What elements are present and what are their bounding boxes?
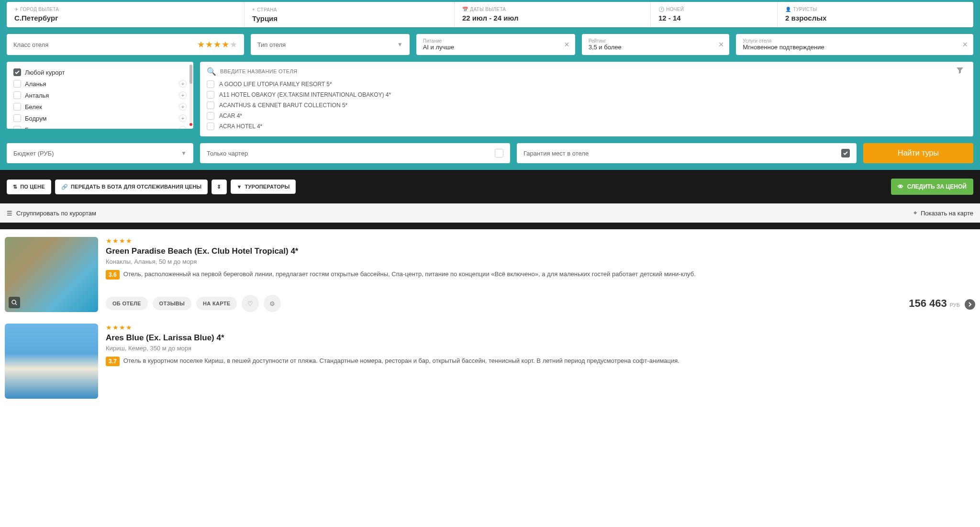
eye-icon: 👁 (898, 183, 903, 190)
star-icon[interactable]: ★ (222, 39, 229, 50)
scrollbar-thumb[interactable] (189, 65, 192, 84)
hotel-checkbox[interactable] (207, 101, 214, 109)
hotel-checkbox[interactable] (207, 123, 214, 130)
show-on-map-button[interactable]: ⌖ Показать на карте (913, 209, 973, 217)
hotel-suggestion[interactable]: A11 HOTEL OBAKOY (EX.TAKSIM INTERNATIONA… (219, 91, 391, 98)
price: 156 463руб (909, 297, 975, 310)
dates-cell[interactable]: 📅 Даты вылета 22 июл - 24 июл (455, 2, 651, 27)
resort-checkbox[interactable] (13, 103, 21, 111)
hotel-description: Отель, расположенный на первой береговой… (123, 270, 696, 279)
star-icon[interactable]: ★ (197, 39, 205, 50)
resort-checkbox-any[interactable] (13, 68, 21, 76)
resort-name: Анталья (25, 92, 49, 99)
star-icon: ★ (119, 237, 125, 245)
services-filter[interactable]: Услуги отеля Мгновенное подтверждение × (736, 34, 973, 55)
pin-icon: ⌖ (913, 209, 917, 217)
meal-filter[interactable]: Питание AI и лучше × (416, 34, 575, 55)
rating-filter[interactable]: Рейтинг 3,5 и более × (582, 34, 730, 55)
hotel-card: ★★★★Green Paradise Beach (Ex. Club Hotel… (5, 237, 975, 312)
operators-button[interactable]: ▼ Туроператоры (231, 179, 296, 194)
resort-expand-button[interactable]: + (179, 114, 187, 122)
svg-point-0 (12, 300, 16, 304)
hotel-title[interactable]: Green Paradise Beach (Ex. Club Hotel Tro… (106, 247, 975, 256)
person-icon: 👤 (785, 7, 791, 12)
charter-toggle[interactable]: Только чартер (200, 143, 510, 163)
hotel-location: Кириш, Кемер, 350 м до моря (106, 345, 975, 352)
star-rating-selector[interactable]: ★ ★ ★ ★ ★ (197, 39, 237, 50)
find-tours-button[interactable]: Найти туры (863, 143, 973, 163)
funnel-icon[interactable] (953, 67, 967, 76)
hotel-title[interactable]: Ares Blue (Ex. Larissa Blue) 4* (106, 333, 975, 343)
link-icon: 🔗 (61, 184, 68, 190)
hotel-suggestion[interactable]: ACAR 4* (219, 112, 242, 119)
search-panel: ✈ Город вылета С.Петербург ⌖ Страна Турц… (7, 2, 973, 27)
price-arrow-button[interactable] (965, 299, 975, 310)
tourists-cell[interactable]: 👤 Туристы 2 взрослых (778, 2, 973, 27)
guarantee-toggle[interactable]: Гарантия мест в отеле (517, 143, 857, 163)
list-icon: ☰ (7, 210, 12, 217)
star-icon[interactable]: ★ (205, 39, 213, 50)
resort-checkbox[interactable] (13, 80, 21, 88)
charter-checkbox[interactable] (495, 149, 503, 157)
chevron-down-icon: ▼ (397, 41, 403, 48)
star-icon: ★ (119, 324, 125, 331)
hotel-description: Отель в курортном поселке Кириш, в пешей… (123, 357, 679, 365)
hotel-stars: ★★★★ (106, 324, 975, 331)
resort-expand-button[interactable]: + (179, 80, 187, 88)
hotel-card: ★★★★Ares Blue (Ex. Larissa Blue) 4*Кириш… (5, 324, 975, 399)
resort-name: Белек (25, 103, 42, 111)
pin-icon: ⌖ (252, 7, 255, 12)
resort-name: Бодрум (25, 115, 46, 122)
resort-name: Аланья (25, 80, 46, 88)
hotel-image[interactable] (5, 237, 98, 312)
departure-city-cell[interactable]: ✈ Город вылета С.Петербург (7, 2, 245, 27)
hotel-type-filter[interactable]: Тип отеля ▼ (251, 34, 410, 55)
clear-icon[interactable]: × (962, 40, 968, 50)
resort-expand-button[interactable]: + (179, 126, 187, 129)
calendar-icon: 📅 (462, 7, 468, 12)
star-icon: ★ (106, 324, 112, 331)
hotel-suggestion[interactable]: ACRA HOTEL 4* (219, 123, 262, 130)
resort-expand-button[interactable]: + (179, 103, 187, 111)
resort-expand-button[interactable]: + (179, 91, 187, 99)
track-price-button[interactable]: 👁 Следить за ценой (891, 179, 973, 195)
about-hotel-button[interactable]: Об отеле (106, 297, 148, 310)
bot-button[interactable]: 🔗 Передать в бота для отслеживания цены (55, 179, 208, 194)
guarantee-checkbox[interactable] (841, 149, 850, 157)
hotel-location: Конаклы, Аланья, 50 м до моря (106, 258, 975, 265)
resort-name: Болу (25, 126, 39, 129)
hotel-checkbox[interactable] (207, 112, 214, 120)
country-cell[interactable]: ⌖ Страна Турция (245, 2, 455, 27)
sort-price-button[interactable]: ⇅ По цене (7, 179, 51, 194)
star-icon[interactable]: ★ (213, 39, 221, 50)
hotel-stars: ★★★★ (106, 237, 975, 245)
resort-list[interactable]: Любой курорт Аланья+Анталья+Белек+Бодрум… (7, 62, 193, 129)
resort-checkbox[interactable] (13, 91, 21, 99)
group-bar: ☰ Сгруппировать по курортам ⌖ Показать н… (0, 203, 980, 223)
nights-cell[interactable]: 🕐 Ночей 12 - 14 (651, 2, 778, 27)
clear-icon[interactable]: × (564, 40, 569, 50)
hotel-search-panel: 🔍 A GOOD LIFE UTOPIA FAMILY RESORT 5*A11… (200, 62, 973, 136)
magnify-button[interactable] (9, 297, 20, 308)
on-map-button[interactable]: На карте (196, 297, 237, 310)
reviews-button[interactable]: Отзывы (153, 297, 191, 310)
hotel-class-filter[interactable]: Класс отеля ★ ★ ★ ★ ★ (7, 34, 244, 55)
hotel-suggestion[interactable]: A GOOD LIFE UTOPIA FAMILY RESORT 5* (219, 81, 332, 88)
hotel-suggestion[interactable]: ACANTHUS & CENNET BARUT COLLECTION 5* (219, 102, 347, 109)
budget-filter[interactable]: Бюджет (РУБ) ▼ (7, 143, 193, 163)
search-icon: 🔍 (207, 67, 216, 76)
hotel-checkbox[interactable] (207, 91, 214, 99)
favorite-button[interactable]: ♡ (242, 295, 259, 312)
sort-icon: ⇅ (13, 184, 17, 190)
group-by-resort-button[interactable]: ☰ Сгруппировать по курортам (7, 210, 96, 217)
star-icon[interactable]: ★ (230, 39, 237, 50)
hotel-search-input[interactable] (220, 68, 949, 74)
expand-button[interactable]: ⇕ (212, 179, 226, 194)
hotel-checkbox[interactable] (207, 80, 214, 88)
clock-icon: 🕐 (658, 7, 664, 12)
settings-button[interactable]: ⚙ (264, 295, 281, 312)
resort-checkbox[interactable] (13, 126, 21, 129)
hotel-image[interactable] (5, 324, 98, 399)
clear-icon[interactable]: × (719, 40, 724, 50)
resort-checkbox[interactable] (13, 114, 21, 122)
